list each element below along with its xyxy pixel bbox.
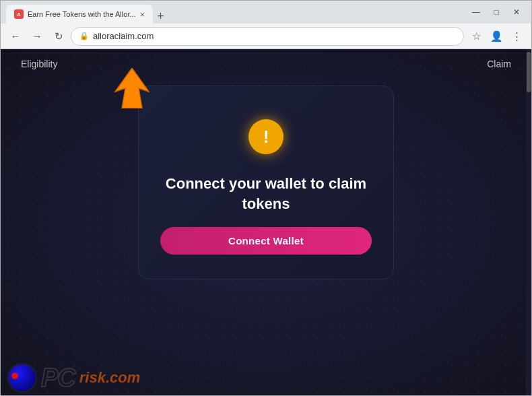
minimize-button[interactable]: — [467, 5, 486, 20]
reload-button[interactable]: ↻ [49, 27, 68, 46]
tab-bar: A Earn Free Tokens with the Allor... × + [6, 1, 464, 24]
warning-icon-wrapper: ! [242, 113, 290, 160]
title-bar: A Earn Free Tokens with the Allor... × +… [1, 1, 531, 24]
lock-icon: 🔒 [79, 32, 89, 40]
tab-close-button[interactable]: × [140, 10, 145, 19]
tab-favicon: A [14, 9, 24, 19]
tab-title: Earn Free Tokens with the Allor... [28, 10, 136, 18]
bookmark-star-button[interactable]: ☆ [467, 27, 486, 46]
eligibility-nav-item[interactable]: Eligibility [21, 59, 57, 69]
card-title: Connect your wallet to claim tokens [160, 174, 372, 213]
forward-button[interactable]: → [28, 27, 46, 46]
connect-wallet-button[interactable]: Connect Wallet [160, 227, 372, 255]
menu-button[interactable]: ⋮ [507, 27, 526, 46]
url-bar[interactable]: 🔒 alloraclaim.com [71, 27, 464, 46]
address-bar-icons: ☆ 👤 ⋮ [467, 27, 526, 46]
page-nav: Eligibility Claim [1, 49, 531, 79]
scrollbar[interactable] [526, 49, 531, 395]
new-tab-button[interactable]: + [153, 9, 168, 24]
close-window-button[interactable]: ✕ [507, 5, 526, 20]
window-controls: — □ ✕ [467, 5, 526, 20]
webpage: Eligibility Claim ! Connect your wallet … [1, 49, 531, 395]
warning-icon: ! [248, 119, 284, 154]
back-button[interactable]: ← [6, 27, 25, 46]
profile-button[interactable]: 👤 [487, 27, 506, 46]
url-text: alloraclaim.com [93, 31, 154, 41]
scrollbar-thumb[interactable] [527, 52, 531, 92]
connect-wallet-card: ! Connect your wallet to claim tokens Co… [138, 86, 394, 279]
main-content: ! Connect your wallet to claim tokens Co… [1, 79, 531, 395]
claim-nav-item[interactable]: Claim [487, 59, 511, 69]
maximize-button[interactable]: □ [487, 5, 506, 20]
browser-window: A Earn Free Tokens with the Allor... × +… [0, 0, 532, 396]
browser-tab[interactable]: A Earn Free Tokens with the Allor... × [6, 5, 153, 24]
address-bar: ← → ↻ 🔒 alloraclaim.com ☆ 👤 ⋮ [1, 24, 531, 49]
